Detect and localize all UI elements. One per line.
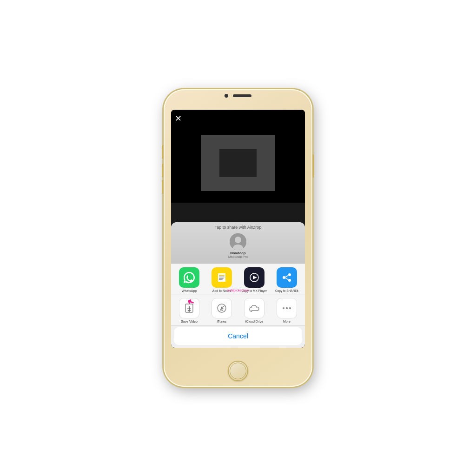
cancel-button[interactable]: Cancel <box>174 327 302 345</box>
action-icons-row: mobipicker.com ➜ <box>171 295 305 325</box>
camera-dot <box>225 94 228 98</box>
shareit-icon <box>277 267 297 288</box>
close-icon: ✕ <box>175 114 182 123</box>
app-label-shareit: Copy to SHAREit <box>275 289 298 292</box>
close-button[interactable]: ✕ <box>175 113 182 124</box>
icloud-icon-box <box>244 298 264 318</box>
svg-point-15 <box>288 279 291 282</box>
svg-rect-5 <box>219 275 225 276</box>
video-preview: ✕ <box>171 110 305 203</box>
home-button[interactable] <box>228 361 248 381</box>
notes-icon <box>212 267 232 288</box>
action-item-save-video[interactable]: ➜ Save Video <box>174 298 205 323</box>
phone-screen: ✕ Tap to share with AirDrop <box>171 110 305 348</box>
airdrop-person[interactable]: Navdeep MacBook Pro <box>223 231 253 260</box>
more-icon-box <box>277 298 297 318</box>
svg-point-23 <box>283 307 284 309</box>
action-label-save-video: Save Video <box>181 320 198 323</box>
speaker-bar <box>233 94 251 97</box>
svg-point-25 <box>289 307 291 309</box>
person-device: MacBook Pro <box>228 255 248 258</box>
home-button-inner <box>230 363 246 379</box>
action-item-itunes[interactable]: iTunes <box>206 298 237 323</box>
phone-top-area <box>164 94 312 98</box>
person-name: Navdeep <box>230 251 245 255</box>
app-label-whatsapp: WhatsApp <box>182 289 197 293</box>
divider-3 <box>171 325 305 325</box>
mx-icon <box>244 267 264 288</box>
app-item-shareit[interactable]: Copy to SHAREit <box>271 267 302 293</box>
svg-rect-4 <box>218 273 225 282</box>
video-inner-box <box>219 149 257 177</box>
svg-rect-12 <box>280 271 293 284</box>
svg-rect-6 <box>219 277 225 278</box>
action-item-more[interactable]: More <box>271 298 302 323</box>
svg-point-1 <box>235 237 241 243</box>
watermark: mobipicker.com <box>227 289 250 292</box>
svg-rect-8 <box>219 279 223 280</box>
phone-frame: ✕ Tap to share with AirDrop <box>164 89 312 387</box>
svg-point-13 <box>288 273 291 276</box>
action-label-icloud: iCloud Drive <box>245 320 263 323</box>
screen-bg: ✕ Tap to share with AirDrop <box>171 110 305 348</box>
action-label-more: More <box>283 320 291 323</box>
share-sheet: Tap to share with AirDrop Navdeep MacBoo… <box>171 222 305 348</box>
app-item-whatsapp[interactable]: WhatsApp <box>174 267 205 293</box>
itunes-icon-box <box>212 298 232 318</box>
video-thumbnail <box>201 135 275 191</box>
action-label-itunes: iTunes <box>217 320 227 323</box>
svg-point-24 <box>286 307 288 309</box>
avatar <box>230 233 246 250</box>
airdrop-tap-text: Tap to share with AirDrop <box>215 225 262 230</box>
cancel-label: Cancel <box>228 332 248 340</box>
airdrop-section: Tap to share with AirDrop Navdeep MacBoo… <box>171 222 305 263</box>
whatsapp-icon <box>179 267 199 288</box>
svg-point-14 <box>283 276 285 279</box>
svg-rect-7 <box>219 278 224 279</box>
action-item-icloud[interactable]: iCloud Drive <box>239 298 270 323</box>
